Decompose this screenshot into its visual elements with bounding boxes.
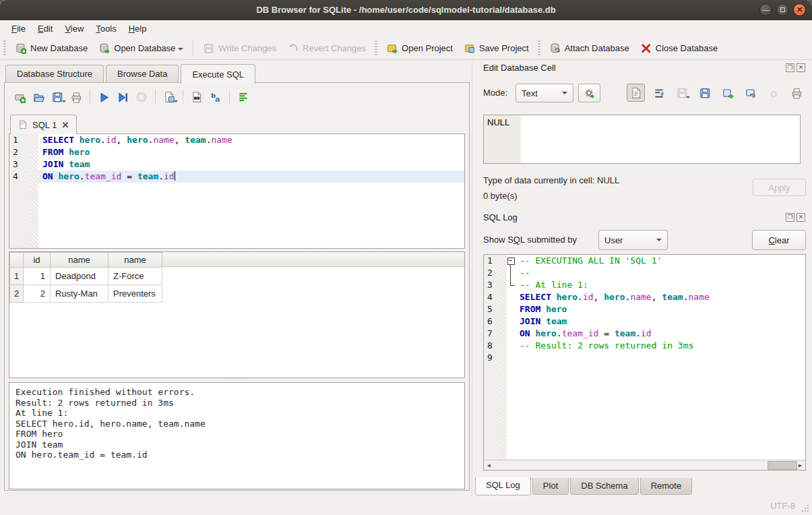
- tab-execute-sql[interactable]: Execute SQL: [181, 64, 255, 84]
- splitter-handle[interactable]: [219, 377, 251, 379]
- format-sql-icon: [237, 91, 249, 103]
- line-number: 8: [484, 340, 500, 352]
- toolbar-handle[interactable]: [538, 40, 540, 55]
- scroll-thumb[interactable]: [768, 461, 797, 470]
- new-database-button[interactable]: New Database: [9, 39, 93, 57]
- table-row[interactable]: 11DeadpondZ-Force: [10, 268, 162, 285]
- save-results-button[interactable]: [160, 88, 179, 106]
- tab-browse-data[interactable]: Browse Data: [106, 65, 179, 82]
- fold-marker: [507, 267, 516, 279]
- close-database-button[interactable]: Close Database: [635, 39, 724, 57]
- dock-tab-plot[interactable]: Plot: [532, 478, 569, 495]
- line-number: 1: [9, 134, 30, 146]
- close-sql-tab-icon[interactable]: ✕: [61, 120, 69, 130]
- column-header-name[interactable]: name: [108, 253, 162, 268]
- float-panel-icon[interactable]: ❐: [786, 213, 794, 222]
- row-header[interactable]: 2: [10, 285, 24, 303]
- table-row[interactable]: 22Rusty-ManPreventers: [10, 285, 162, 303]
- print-cell-button[interactable]: [787, 84, 805, 102]
- apply-button[interactable]: Apply: [753, 179, 806, 196]
- print-sql-button[interactable]: [67, 88, 86, 106]
- column-header-name[interactable]: name: [51, 253, 108, 268]
- menu-edit[interactable]: Edit: [32, 22, 59, 36]
- show-sql-label: Show SQL submitted by: [483, 235, 577, 245]
- cell-value-editor[interactable]: NULL: [483, 115, 801, 164]
- table-cell[interactable]: Z-Force: [108, 268, 162, 285]
- execution-message[interactable]: Execution finished without errors. Resul…: [9, 382, 465, 489]
- scroll-left-icon[interactable]: ◀: [484, 461, 494, 470]
- row-header[interactable]: 1: [10, 268, 24, 285]
- sql-editor[interactable]: 1SELECT hero.id, hero.name, team.name2FR…: [9, 133, 465, 249]
- menu-tools[interactable]: Tools: [90, 22, 122, 36]
- close-panel-icon[interactable]: ✕: [797, 63, 805, 72]
- find-icon: [191, 91, 203, 103]
- main-toolbar: New DatabaseOpen DatabaseWrite ChangesRe…: [0, 36, 812, 60]
- dock-tab-remote[interactable]: Remote: [640, 478, 693, 495]
- save-project-button[interactable]: Save Project: [458, 39, 534, 57]
- stop-button[interactable]: [132, 88, 151, 106]
- menu-help[interactable]: Help: [123, 22, 153, 36]
- line-number: 5: [484, 303, 500, 315]
- write-changes-button[interactable]: Write Changes: [197, 39, 282, 57]
- dropdown-caret-icon[interactable]: [178, 48, 183, 53]
- save-sql-file-button[interactable]: [48, 88, 67, 106]
- export-cell-button[interactable]: [718, 84, 737, 102]
- import-cell-button[interactable]: [741, 84, 759, 102]
- table-cell[interactable]: 2: [24, 285, 51, 303]
- text-document-button[interactable]: [627, 84, 645, 102]
- attach-database-button[interactable]: Attach Database: [544, 39, 635, 57]
- close-database-icon: [640, 42, 652, 54]
- new-tab-button[interactable]: [10, 88, 29, 106]
- toolbar-handle[interactable]: [3, 40, 6, 55]
- fold-marker[interactable]: [507, 255, 516, 267]
- open-project-button[interactable]: Open Project: [381, 39, 458, 57]
- execute-current-line-button[interactable]: [113, 88, 132, 106]
- sql-log-view[interactable]: ◀ ▶ 1-- EXECUTING ALL IN 'SQL 1'2--3-- A…: [483, 254, 806, 471]
- toolbar-handle[interactable]: [375, 40, 377, 55]
- table-cell[interactable]: Preventers: [108, 285, 162, 303]
- mode-combobox[interactable]: Text: [516, 84, 573, 102]
- corner-header[interactable]: [10, 253, 24, 268]
- cell-type-info: Type of data currently in cell: NULL: [483, 175, 619, 185]
- titlebar[interactable]: DB Browser for SQLite - /home/user/code/…: [0, 0, 812, 20]
- code-text: -- At line 1:: [516, 279, 805, 291]
- results-grid[interactable]: idnamename11DeadpondZ-Force22Rusty-ManPr…: [9, 251, 465, 378]
- clear-cell-button[interactable]: [764, 84, 782, 102]
- dock-splitter[interactable]: [472, 61, 472, 496]
- resize-grip[interactable]: [801, 504, 809, 512]
- revert-changes-button[interactable]: Revert Changes: [282, 39, 371, 57]
- menu-view[interactable]: View: [59, 22, 90, 36]
- table-cell[interactable]: Rusty-Man: [51, 285, 108, 303]
- open-database-button[interactable]: Open Database: [93, 39, 189, 57]
- dock-tab-db-schema[interactable]: DB Schema: [570, 478, 638, 495]
- word-wrap-button[interactable]: [650, 84, 668, 102]
- code-text: SELECT hero.id, hero.name, team.name: [38, 134, 464, 146]
- scroll-right-icon[interactable]: ▶: [795, 461, 805, 470]
- tab-database-structure[interactable]: Database Structure: [5, 65, 104, 82]
- save-cell-button[interactable]: [673, 84, 691, 102]
- minimize-button[interactable]: ―: [759, 3, 772, 16]
- dock-tab-sql-log[interactable]: SQL Log: [475, 477, 531, 495]
- encoding-indicator: UTF-8: [770, 501, 795, 511]
- table-cell[interactable]: 1: [24, 268, 51, 285]
- auto-complete-button[interactable]: ba: [206, 88, 225, 106]
- execute-all-button[interactable]: [94, 88, 113, 106]
- dropdown-caret-icon: [174, 100, 178, 104]
- sql-tab[interactable]: SQL 1 ✕: [10, 115, 77, 134]
- open-sql-file-button[interactable]: [29, 88, 48, 106]
- close-button[interactable]: ✕: [793, 3, 806, 16]
- sql-source-combobox[interactable]: User: [598, 230, 668, 250]
- save-as-button[interactable]: [695, 84, 714, 102]
- format-sql-button[interactable]: [234, 88, 253, 106]
- float-panel-icon[interactable]: ❐: [786, 63, 794, 72]
- log-hscrollbar[interactable]: ◀ ▶: [484, 460, 805, 470]
- find-button[interactable]: [187, 88, 206, 106]
- maximize-button[interactable]: [776, 3, 789, 16]
- clear-log-button[interactable]: Clear: [752, 230, 806, 250]
- auto-apply-button[interactable]: [578, 84, 600, 102]
- close-panel-icon[interactable]: ✕: [797, 213, 805, 222]
- column-header-id[interactable]: id: [24, 253, 51, 268]
- table-cell[interactable]: Deadpond: [51, 268, 108, 285]
- toolbar-button-label: New Database: [30, 43, 88, 53]
- menu-file[interactable]: File: [5, 22, 32, 36]
